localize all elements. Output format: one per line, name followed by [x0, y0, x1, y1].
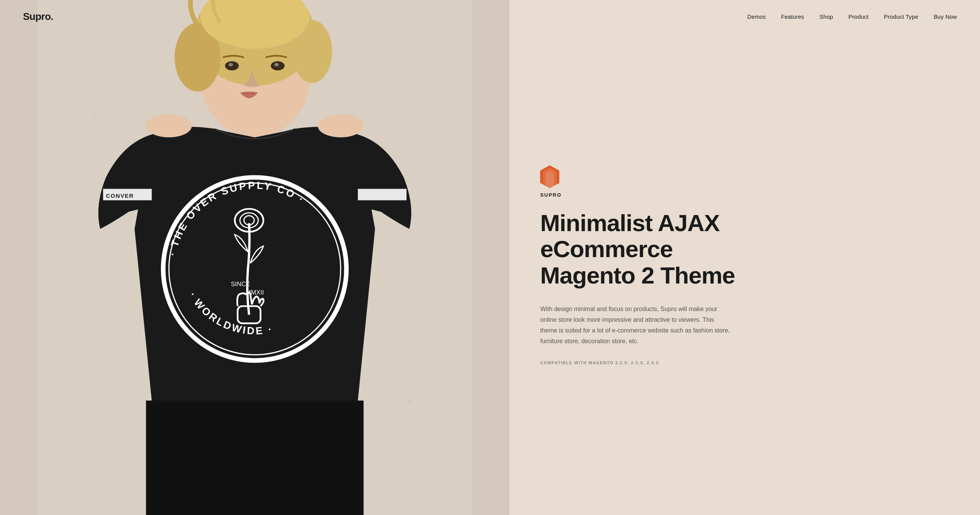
svg-point-29: [408, 399, 411, 402]
nav-item-shop[interactable]: Shop: [820, 13, 833, 20]
hero-image-placeholder: CONVER · THE OVER SUPPLY CO ·: [0, 0, 510, 515]
nav-item-buy-now[interactable]: Buy Now: [934, 13, 957, 20]
svg-point-27: [93, 113, 96, 116]
nav-links: Demos Features Shop Product Product Type…: [747, 13, 957, 20]
magento-icon: [540, 165, 559, 188]
svg-point-24: [146, 114, 192, 137]
nav-link-buy-now[interactable]: Buy Now: [934, 13, 957, 20]
nav-item-demos[interactable]: Demos: [747, 13, 766, 20]
compatibility-text: COMPATIBLE WITH MAGENTO 2.2.x, 2.3.x, 2.…: [540, 360, 751, 365]
svg-point-10: [274, 63, 279, 67]
nav-item-product[interactable]: Product: [848, 13, 869, 20]
svg-point-25: [318, 114, 364, 137]
svg-text:MMXII: MMXII: [246, 289, 264, 296]
hero-section: CONVER · THE OVER SUPPLY CO ·: [0, 0, 980, 515]
page-wrapper: Supro. Demos Features Shop Product Produ…: [0, 0, 980, 515]
svg-point-9: [229, 63, 233, 67]
hero-model-illustration: CONVER · THE OVER SUPPLY CO ·: [0, 0, 510, 515]
svg-text:SINCE: SINCE: [231, 280, 250, 287]
nav-item-features[interactable]: Features: [781, 13, 804, 20]
brand-icon: [540, 165, 559, 184]
nav-link-features[interactable]: Features: [781, 13, 804, 20]
svg-text:CONVER: CONVER: [106, 192, 134, 199]
nav-link-product[interactable]: Product: [848, 13, 869, 20]
nav-link-shop[interactable]: Shop: [820, 13, 833, 20]
nav-link-demos[interactable]: Demos: [747, 13, 766, 20]
svg-rect-13: [358, 189, 407, 200]
svg-rect-26: [146, 401, 363, 515]
hero-description: With design minimal and focus on product…: [540, 304, 732, 347]
brand-name: SUPRO: [540, 192, 751, 198]
nav-item-product-type[interactable]: Product Type: [884, 13, 918, 20]
svg-point-28: [437, 85, 439, 87]
navbar: Supro. Demos Features Shop Product Produ…: [0, 0, 980, 33]
hero-content: SUPRO Minimalist AJAX eCommerce Magento …: [540, 165, 751, 365]
hero-title: Minimalist AJAX eCommerce Magento 2 Them…: [540, 210, 751, 288]
hero-image-side: CONVER · THE OVER SUPPLY CO ·: [0, 0, 510, 515]
logo[interactable]: Supro.: [23, 11, 53, 23]
hero-content-side: SUPRO Minimalist AJAX eCommerce Magento …: [510, 0, 980, 515]
nav-link-product-type[interactable]: Product Type: [884, 13, 918, 20]
